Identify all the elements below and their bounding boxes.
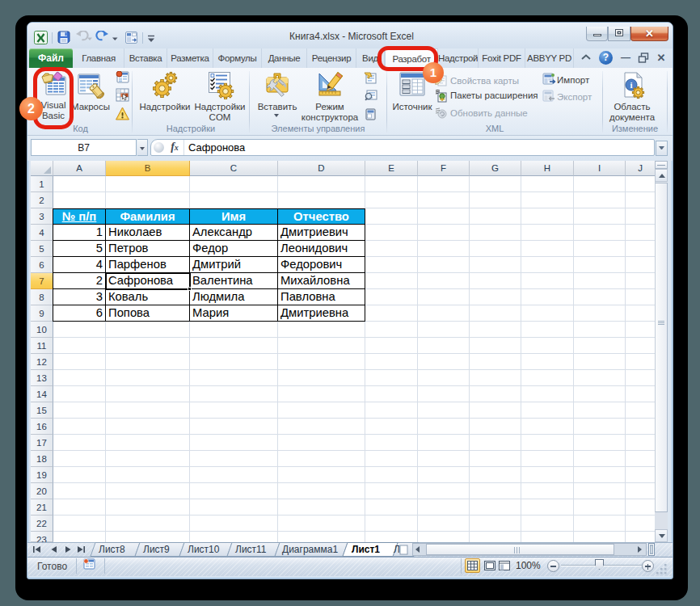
svg-text:Лист10: Лист10 <box>188 544 220 555</box>
svg-text:Диаграмма1: Диаграмма1 <box>282 544 338 555</box>
svg-text:Лист9: Лист9 <box>143 544 170 555</box>
svg-text:Л: Л <box>394 544 400 555</box>
svg-text:Лист1: Лист1 <box>352 544 380 555</box>
svg-text:i: i <box>630 80 632 90</box>
svg-text:Лист8: Лист8 <box>99 544 125 555</box>
svg-text:Лист11: Лист11 <box>235 544 267 555</box>
